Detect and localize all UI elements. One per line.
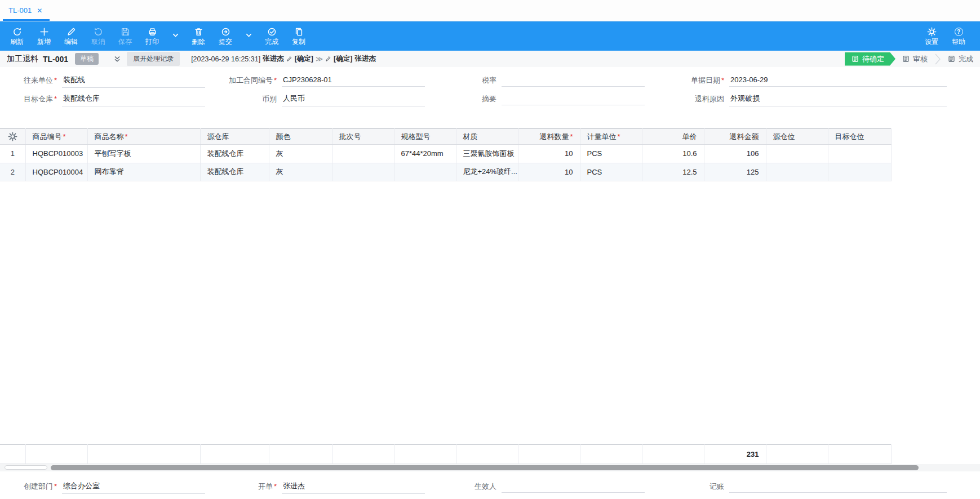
field-return-reason-input[interactable]: 外观破损 bbox=[729, 92, 947, 106]
submit-button[interactable]: 提交 bbox=[212, 23, 239, 49]
summary-target-bin bbox=[828, 445, 891, 464]
scrollbar-left-cap[interactable] bbox=[5, 465, 47, 470]
cell-unit: PCS bbox=[580, 145, 642, 163]
column-header-unit[interactable]: 计量单位* bbox=[580, 129, 642, 145]
toolbar-button-group: 刷新 新增 编辑 取消 保存 打印 删除 提交 完成 复制 bbox=[3, 23, 918, 49]
delete-button[interactable]: 删除 bbox=[185, 23, 212, 49]
field-remark-input[interactable] bbox=[502, 93, 645, 105]
field-target-warehouse-input[interactable]: 装配线仓库 bbox=[62, 92, 205, 106]
field-target-warehouse: 目标仓库* 装配线仓库 bbox=[0, 90, 220, 108]
status-step-pending-confirm: 待确定 bbox=[845, 52, 895, 66]
tab-close-icon[interactable]: ✕ bbox=[37, 7, 42, 14]
cell-unit-price: 12.5 bbox=[642, 163, 704, 181]
field-doc-date-input[interactable]: 2023-06-29 bbox=[729, 74, 947, 87]
summary-color bbox=[269, 445, 332, 464]
settings-button[interactable]: 设置 bbox=[918, 23, 945, 49]
field-effective-person-input[interactable] bbox=[502, 480, 645, 493]
field-tax-rate-label: 税率 bbox=[440, 75, 502, 86]
table-row[interactable]: 2HQBCP010004网布靠背装配线仓库灰尼龙+24%玻纤...10PCS12… bbox=[0, 163, 891, 181]
record-timestamp: [2023-06-29 16:25:31] bbox=[191, 55, 260, 63]
field-partner-unit-label: 往来单位* bbox=[0, 75, 62, 86]
doc-icon bbox=[948, 55, 955, 63]
expand-process-record-button[interactable]: 展开处理记录 bbox=[127, 52, 180, 66]
summary-product-name bbox=[87, 445, 200, 464]
column-header-source-warehouse[interactable]: 源仓库 bbox=[200, 129, 269, 145]
copy-button[interactable]: 复制 bbox=[285, 23, 312, 49]
scrollbar-thumb[interactable] bbox=[51, 465, 919, 470]
field-contract-no-input[interactable]: CJP230628-01 bbox=[282, 74, 425, 87]
refresh-button[interactable]: 刷新 bbox=[3, 23, 30, 49]
summary-return-amount: 231 bbox=[704, 445, 766, 464]
gear-icon bbox=[927, 27, 937, 37]
grid-header: 商品编号*商品名称*源仓库颜色批次号规格型号材质退料数量*计量单位*单价退料金额… bbox=[0, 128, 892, 145]
cell-material: 尼龙+24%玻纤... bbox=[456, 163, 518, 181]
field-create-dept: 创建部门* 综合办公室 bbox=[0, 477, 220, 496]
print-icon bbox=[148, 27, 157, 37]
toolbar: 刷新 新增 编辑 取消 保存 打印 删除 提交 完成 复制 bbox=[0, 21, 980, 51]
summary-unit-price bbox=[642, 445, 704, 464]
header-form: 往来单位* 装配线加工合同编号* CJP230628-01税率 单据日期* 20… bbox=[0, 67, 980, 113]
cell-material: 三聚氰胺饰面板 bbox=[456, 145, 518, 163]
edit-button[interactable]: 编辑 bbox=[57, 23, 85, 49]
column-header-color[interactable]: 颜色 bbox=[269, 129, 332, 145]
print-button[interactable]: 打印 bbox=[139, 23, 166, 49]
column-header-product-name[interactable]: 商品名称* bbox=[87, 129, 200, 145]
row-number: 2 bbox=[0, 163, 25, 181]
summary-spec-model bbox=[394, 445, 456, 464]
horizontal-scrollbar[interactable] bbox=[0, 464, 980, 471]
field-return-reason-label: 退料原因 bbox=[659, 94, 729, 104]
field-creator: 开单* 张进杰 bbox=[220, 477, 440, 496]
cancel-button-label: 取消 bbox=[91, 38, 105, 45]
print-button-label: 打印 bbox=[145, 38, 159, 45]
field-effective-person: 生效人 bbox=[440, 477, 659, 496]
field-return-reason: 退料原因 外观破损 bbox=[659, 90, 980, 108]
cell-unit-price: 10.6 bbox=[642, 145, 704, 163]
tab-tl-001[interactable]: TL-001 ✕ bbox=[0, 0, 52, 21]
column-header-product-code[interactable]: 商品编号* bbox=[25, 129, 87, 145]
cell-source-warehouse: 装配线仓库 bbox=[200, 145, 269, 163]
column-header-target-bin[interactable]: 目标仓位 bbox=[828, 129, 891, 145]
submit-dropdown-toggle[interactable] bbox=[241, 23, 256, 49]
edit-icon bbox=[66, 27, 76, 37]
delete-icon bbox=[194, 27, 203, 37]
toolbar-right-group: 设置? 帮助 bbox=[918, 23, 972, 49]
complete-icon bbox=[267, 27, 277, 37]
footer-form: 创建部门* 综合办公室开单* 张进杰生效人 记账 bbox=[0, 471, 980, 499]
field-bookkeeping-input[interactable] bbox=[729, 480, 947, 493]
field-tax-rate: 税率 bbox=[440, 71, 659, 90]
column-header-spec-model[interactable]: 规格型号 bbox=[394, 129, 456, 145]
copy-button-label: 复制 bbox=[292, 38, 305, 45]
field-create-dept-input[interactable]: 综合办公室 bbox=[62, 479, 205, 494]
tab-label: TL-001 bbox=[8, 6, 32, 15]
copy-icon bbox=[294, 27, 304, 37]
record-user: 张进杰 bbox=[263, 54, 284, 64]
field-partner-unit: 往来单位* 装配线 bbox=[0, 71, 220, 90]
print-dropdown-toggle[interactable] bbox=[168, 23, 183, 49]
cancel-icon bbox=[94, 27, 103, 37]
column-header-material[interactable]: 材质 bbox=[456, 129, 518, 145]
field-bookkeeping-label: 记账 bbox=[659, 482, 729, 492]
cell-color: 灰 bbox=[269, 145, 332, 163]
field-tax-rate-input[interactable] bbox=[502, 74, 645, 87]
help-button[interactable]: ? 帮助 bbox=[945, 23, 972, 49]
column-header-return-qty[interactable]: 退料数量* bbox=[518, 129, 580, 145]
table-row[interactable]: 1HQBCP010003平刨写字板装配线仓库灰67*44*20mm三聚氰胺饰面板… bbox=[0, 145, 891, 163]
field-creator-input[interactable]: 张进杰 bbox=[282, 479, 425, 494]
column-header-unit-price[interactable]: 单价 bbox=[642, 129, 704, 145]
column-header-batch-no[interactable]: 批次号 bbox=[332, 129, 394, 145]
field-partner-unit-input[interactable]: 装配线 bbox=[62, 73, 205, 88]
submit-icon bbox=[221, 27, 230, 37]
complete-button[interactable]: 完成 bbox=[258, 23, 285, 49]
column-header-return-amount[interactable]: 退料金额 bbox=[704, 129, 766, 145]
add-button-label: 新增 bbox=[37, 38, 51, 45]
double-chevron-down-icon[interactable] bbox=[113, 55, 121, 63]
grid-settings-gear-icon[interactable] bbox=[0, 129, 25, 145]
column-header-source-bin[interactable]: 源仓位 bbox=[766, 129, 828, 145]
status-step-audit: 审核 bbox=[895, 54, 934, 64]
cell-return-amount: 125 bbox=[704, 163, 766, 181]
field-currency-input[interactable]: 人民币 bbox=[282, 92, 425, 106]
help-question-icon: ? bbox=[955, 27, 963, 37]
complete-button-label: 完成 bbox=[265, 38, 278, 45]
doc-type-title: 加工退料 bbox=[7, 54, 38, 64]
add-button[interactable]: 新增 bbox=[30, 23, 57, 49]
